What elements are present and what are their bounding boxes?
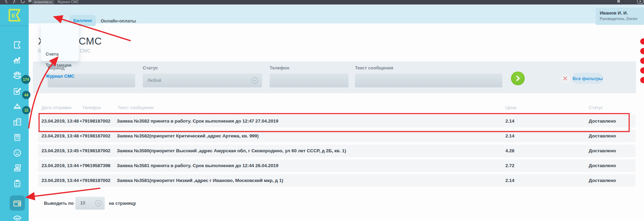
status-select[interactable]: Любой	[143, 74, 262, 87]
message-text-label: Текст сообщения	[355, 65, 393, 70]
phone-label: Телефон	[270, 65, 289, 70]
annotation-dot	[640, 38, 644, 45]
browser-back-icon[interactable]	[4, 0, 9, 4]
browser-tab-title: Журнал СМС	[57, 0, 79, 4]
phone-icon	[12, 213, 22, 221]
per-page-suffix: на страницу	[109, 201, 136, 206]
app-logo[interactable]: К	[0, 4, 29, 26]
address-url: kv.burmistr.ru	[32, 0, 54, 4]
sidebar-item-flag[interactable]	[11, 39, 23, 51]
sidebar-item-complaints[interactable]	[11, 147, 23, 159]
cell-message: Заявка №3581 принята в работу. Срок выпо…	[117, 163, 278, 168]
sidebar-item-billing[interactable]	[11, 197, 23, 209]
per-page-prefix: Выводить по	[44, 201, 74, 206]
billing-dropdown-menu: Счета Транзакции Журнал СМС	[41, 23, 79, 61]
user-name: Иванов И. И.	[600, 10, 644, 16]
browser-forward-icon[interactable]	[11, 0, 16, 4]
col-header-date: Дата отправки	[41, 105, 72, 110]
menu-item-transactions[interactable]: Транзакции	[46, 63, 71, 68]
bookmark-icon[interactable]	[616, 0, 621, 4]
residents-icon	[12, 70, 22, 81]
reception-bell-icon	[12, 102, 22, 111]
annotation-dot	[640, 67, 644, 74]
reception-count-badge: 12	[22, 106, 30, 114]
cell-phone: +79198187002	[80, 118, 110, 124]
browser-reload-icon[interactable]	[20, 0, 26, 4]
chevron-down-icon	[251, 77, 259, 86]
sidebar-item-analytics[interactable]	[11, 55, 23, 66]
sidebar-item-buildings[interactable]	[11, 116, 23, 128]
cell-price: 2.14	[505, 133, 514, 138]
all-filters-button[interactable]: Все фильтры	[572, 73, 603, 84]
cell-date: 23.04.2019, 13:45	[41, 148, 79, 153]
col-header-phone: Телефон	[82, 105, 101, 110]
cell-phone: +79198187002	[80, 148, 110, 153]
residents-count-badge: 174	[21, 75, 30, 84]
community-chat-icon	[12, 163, 22, 173]
sad-face-icon	[12, 148, 22, 158]
cell-status: Доставлено	[589, 148, 616, 153]
sidebar-item-calculator[interactable]	[11, 132, 23, 143]
annotation-overlay	[0, 0, 644, 221]
annotation-dot	[640, 58, 644, 64]
annotation-dot	[640, 77, 644, 83]
cell-phone: +79619587398	[80, 163, 110, 168]
table-row[interactable]: 23.04.2019, 13:45 +79198187002 Заявка №3…	[38, 145, 635, 157]
site-favicon	[28, 0, 32, 4]
clear-filters-button[interactable]	[560, 73, 570, 84]
user-role: Руководитель, Doctor	[600, 17, 644, 21]
browser-profile-icon[interactable]	[637, 0, 644, 4]
message-text-input[interactable]	[355, 74, 502, 87]
building-icon	[12, 117, 22, 127]
calculator-icon	[13, 133, 22, 142]
table-row[interactable]: 23.04.2019, 13:44 +79198187002 Заявка №3…	[38, 174, 635, 187]
sidebar-item-reception[interactable]	[11, 100, 23, 112]
wallet-icon	[12, 198, 22, 208]
cell-date: 23.04.2019, 13:48	[41, 118, 79, 124]
cell-status: Доставлено	[589, 178, 616, 183]
cell-message: Заявка №3582(приоритет Критический ,адре…	[117, 133, 259, 138]
cell-phone: +79198187002	[80, 178, 110, 183]
annotation-arrow-billing-icon	[27, 188, 100, 197]
cell-message: Заявка №3580(приоритет Высокий ,адрес Ам…	[117, 148, 346, 153]
browser-bar: kv.burmistr.ru Журнал СМС	[0, 0, 644, 4]
sidebar-item-tasks[interactable]	[11, 178, 23, 190]
user-info[interactable]: Иванов И. И. Руководитель, Doctor	[596, 8, 644, 25]
status-label: Статус	[143, 65, 158, 70]
app-screen: kv.burmistr.ru Журнал СМС К	[0, 0, 644, 221]
nav-tab-online-payments[interactable]: Онлайн-оплаты	[101, 18, 136, 23]
cell-price: 4.28	[505, 148, 514, 153]
sidebar-item-requests[interactable]	[11, 85, 23, 97]
annotation-dot	[640, 48, 644, 54]
cell-status: Доставлено	[589, 163, 616, 168]
cell-price: 2.72	[505, 163, 514, 168]
table-row[interactable]: 23.04.2019, 13:48 +79198187002 Заявка №3…	[38, 130, 635, 142]
table-row[interactable]: 23.04.2019, 13:48 +79198187002 Заявка №3…	[38, 115, 635, 127]
sidebar-item-phone[interactable]	[11, 213, 23, 221]
sidebar-nav: К	[0, 4, 29, 221]
menu-item-sms-journal[interactable]: Журнал СМС	[46, 74, 74, 79]
flag-icon	[12, 40, 22, 50]
filter-panel: Период Статус Любой Телефон Текст сообще…	[33, 61, 636, 93]
cell-price: 2.14	[505, 178, 514, 183]
table-row[interactable]: 23.04.2019, 13:44 +79619587398 Заявка №3…	[38, 160, 635, 172]
phone-input[interactable]	[270, 74, 348, 87]
per-page-select[interactable]: 10	[75, 197, 105, 210]
cell-status: Доставлено	[589, 133, 616, 138]
apply-chevron-icon	[515, 75, 521, 81]
col-header-status: Статус	[589, 105, 603, 110]
menu-item-accounts[interactable]: Счета	[46, 51, 58, 57]
col-header-price: Цена	[505, 105, 516, 110]
sidebar-item-community[interactable]	[11, 162, 23, 174]
clipboard-check-icon	[13, 179, 22, 188]
cell-status: Доставлено	[589, 118, 616, 124]
cell-message: Заявка №3582 принята в работу. Срок выпо…	[117, 118, 278, 124]
analytics-icon	[12, 56, 22, 65]
apply-filter-button[interactable]	[511, 71, 525, 85]
cell-price: 2.14	[505, 118, 514, 124]
requests-count-badge: 44	[22, 91, 30, 99]
request-edit-icon	[12, 86, 22, 96]
status-value: Любой	[147, 78, 161, 83]
cell-date: 23.04.2019, 13:44	[41, 178, 79, 183]
address-bar[interactable]: kv.burmistr.ru	[32, 0, 54, 4]
